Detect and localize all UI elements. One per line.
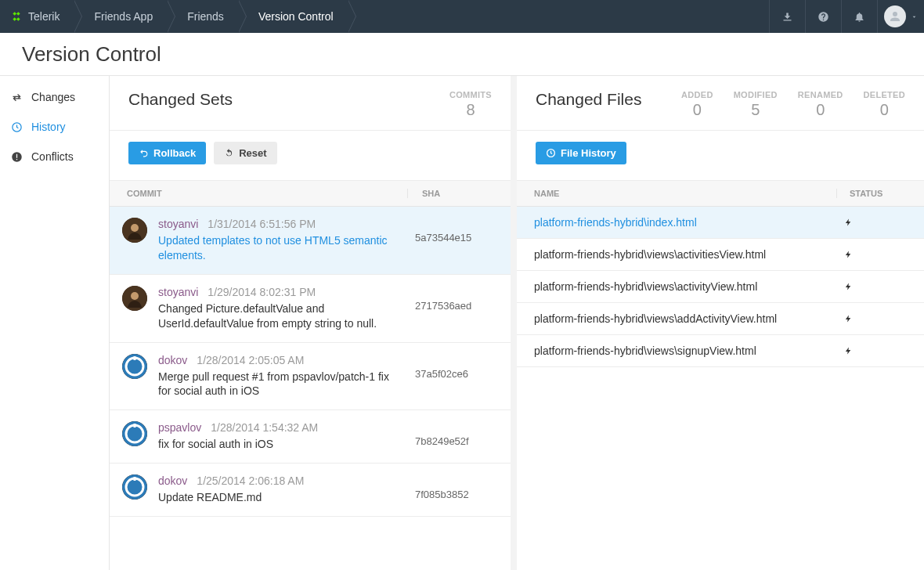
- breadcrumb-friends[interactable]: Friends: [167, 0, 238, 33]
- help-icon: [818, 11, 829, 23]
- file-status-modified: [844, 249, 907, 260]
- svg-rect-16: [134, 477, 136, 481]
- svg-rect-10: [134, 356, 136, 360]
- commit-row[interactable]: dokov1/28/2014 2:05:05 AMMerge pull requ…: [110, 343, 511, 411]
- commit-date: 1/28/2014 1:54:32 AM: [211, 421, 318, 434]
- file-stat-label: RENAMED: [798, 90, 843, 99]
- th-commit: COMMIT: [127, 189, 407, 198]
- commit-row[interactable]: stoyanvi1/29/2014 8:02:31 PMChanged Pict…: [110, 275, 511, 343]
- page-header: Version Control: [0, 33, 924, 76]
- bell-icon: [854, 11, 865, 23]
- changed-sets-header: Changed Sets COMMITS 8: [110, 76, 511, 131]
- file-row[interactable]: platform-friends-hybrid\views\activities…: [517, 239, 924, 271]
- download-button[interactable]: [769, 0, 805, 33]
- commit-row[interactable]: pspavlov1/28/2014 1:54:32 AMfix for soci…: [110, 410, 511, 464]
- file-stat-value: 0: [798, 101, 843, 119]
- file-stat: MODIFIED5: [734, 90, 778, 119]
- file-status-modified: [844, 345, 907, 356]
- commit-body: pspavlov1/28/2014 1:54:32 AMfix for soci…: [158, 421, 404, 452]
- changed-files-actions: File History: [517, 131, 924, 181]
- commit-avatar: [122, 218, 147, 243]
- file-history-button[interactable]: File History: [536, 142, 626, 164]
- commits-stat-label: COMMITS: [449, 90, 492, 99]
- breadcrumb-label: Telerik: [28, 10, 60, 23]
- bolt-icon: [844, 313, 907, 324]
- file-stat-label: DELETED: [864, 90, 905, 99]
- sidenav-item-changes[interactable]: Changes: [0, 82, 109, 112]
- breadcrumb-label: Friends: [187, 10, 224, 23]
- commit-date: 1/31/2014 6:51:56 PM: [208, 218, 316, 230]
- commit-message: Updated templates to not use HTML5 seman…: [158, 233, 404, 263]
- file-stat: DELETED0: [864, 90, 905, 119]
- commits-stat-value: 8: [449, 101, 492, 119]
- changed-files-panel: Changed Files ADDED0MODIFIED5RENAMED0DEL…: [517, 76, 924, 570]
- commit-date: 1/29/2014 8:02:31 PM: [208, 286, 316, 298]
- avatar: [884, 5, 906, 27]
- svg-rect-13: [134, 424, 136, 428]
- rollback-label: Rollback: [153, 147, 196, 159]
- page-title: Version Control: [22, 42, 161, 67]
- breadcrumb-version-control[interactable]: Version Control: [238, 0, 348, 33]
- svg-point-7: [131, 292, 139, 300]
- commit-author: pspavlov: [158, 421, 201, 434]
- file-stat: RENAMED0: [798, 90, 843, 119]
- svg-rect-3: [16, 159, 17, 160]
- commit-message: fix for social auth in iOS: [158, 437, 404, 452]
- commit-sha: 7f085b3852: [415, 474, 493, 505]
- sidenav-item-conflicts[interactable]: Conflicts: [0, 142, 109, 171]
- commit-sha: 2717536aed: [415, 286, 493, 331]
- breadcrumb-friends-app[interactable]: Friends App: [74, 0, 167, 33]
- commit-message: Changed Picture.defaultValue and UserId.…: [158, 301, 404, 331]
- commit-date: 1/28/2014 2:05:05 AM: [197, 354, 304, 366]
- file-stat-value: 5: [734, 101, 778, 119]
- reset-label: Reset: [239, 147, 266, 159]
- alert-icon: [11, 151, 23, 163]
- file-stats: ADDED0MODIFIED5RENAMED0DELETED0: [681, 90, 905, 119]
- changed-files-header: Changed Files ADDED0MODIFIED5RENAMED0DEL…: [517, 76, 924, 131]
- bolt-icon: [844, 217, 907, 228]
- commit-sha: 37a5f02ce6: [415, 354, 493, 399]
- file-name: platform-friends-hybrid\views\addActivit…: [534, 312, 844, 325]
- telerik-logo-icon: [11, 11, 22, 22]
- commit-sha: 7b8249e52f: [415, 421, 493, 452]
- rollback-button[interactable]: Rollback: [128, 142, 206, 164]
- refresh-icon: [224, 148, 234, 158]
- commit-author: stoyanvi: [158, 218, 198, 230]
- th-sha: SHA: [407, 189, 493, 198]
- commit-body: stoyanvi1/29/2014 8:02:31 PMChanged Pict…: [158, 286, 404, 331]
- commit-avatar: [122, 474, 147, 500]
- notifications-button[interactable]: [841, 0, 877, 33]
- commits-table-header: COMMIT SHA: [110, 181, 511, 207]
- th-name: NAME: [534, 189, 836, 198]
- changed-sets-panel: Changed Sets COMMITS 8 Rollback: [110, 76, 517, 570]
- commit-row[interactable]: dokov1/25/2014 2:06:18 AMUpdate README.m…: [110, 464, 511, 517]
- main-panels: Changed Sets COMMITS 8 Rollback: [110, 76, 924, 570]
- file-stat-label: MODIFIED: [734, 90, 778, 99]
- commit-body: dokov1/28/2014 2:05:05 AMMerge pull requ…: [158, 354, 404, 399]
- file-row[interactable]: platform-friends-hybrid\views\addActivit…: [517, 303, 924, 335]
- file-stat-value: 0: [681, 101, 713, 119]
- file-name: platform-friends-hybrid\views\activities…: [534, 248, 844, 261]
- commit-author: dokov: [158, 474, 187, 487]
- sidenav-label: Changes: [31, 91, 75, 103]
- topbar-actions: [769, 0, 924, 33]
- swap-icon: [11, 92, 23, 103]
- reset-button[interactable]: Reset: [214, 142, 276, 164]
- file-history-label: File History: [561, 147, 616, 159]
- file-row[interactable]: platform-friends-hybrid\views\signupView…: [517, 335, 924, 367]
- th-status: STATUS: [836, 189, 907, 198]
- breadcrumb-telerik[interactable]: Telerik: [0, 0, 74, 33]
- commits-list[interactable]: stoyanvi1/31/2014 6:51:56 PMUpdated temp…: [110, 207, 511, 570]
- undo-icon: [139, 148, 149, 158]
- file-row[interactable]: platform-friends-hybrid\views\activityVi…: [517, 271, 924, 303]
- sidenav: Changes History Conflicts: [0, 76, 110, 570]
- file-row[interactable]: platform-friends-hybrid\index.html: [517, 207, 924, 239]
- user-menu[interactable]: [877, 0, 924, 33]
- sidenav-item-history[interactable]: History: [0, 112, 109, 142]
- commit-date: 1/25/2014 2:06:18 AM: [197, 474, 304, 487]
- bolt-icon: [844, 345, 907, 356]
- commit-row[interactable]: stoyanvi1/31/2014 6:51:56 PMUpdated temp…: [110, 207, 511, 275]
- help-button[interactable]: [805, 0, 841, 33]
- commit-body: dokov1/25/2014 2:06:18 AMUpdate README.m…: [158, 474, 404, 505]
- breadcrumb-label: Version Control: [258, 10, 334, 23]
